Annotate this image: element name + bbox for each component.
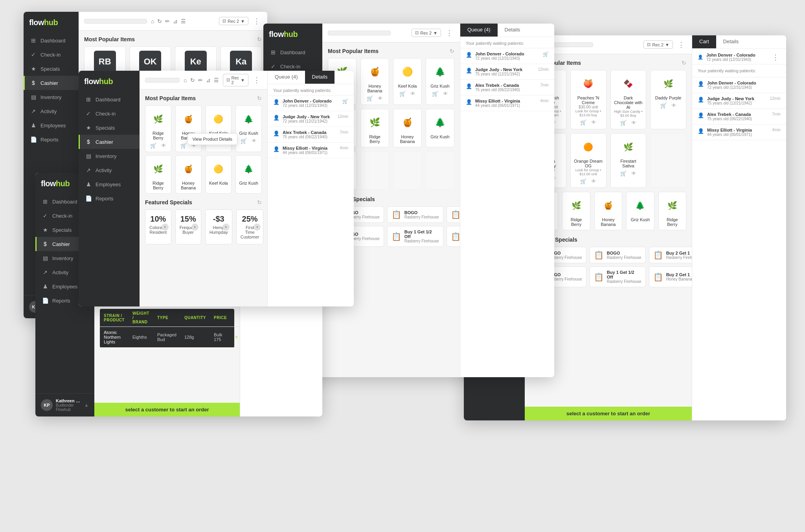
product-card-pnc[interactable]: 🍑 Peaches 'N Creme $30.00 unit Look for … (570, 70, 607, 129)
tab-cart[interactable]: Cart (692, 35, 716, 48)
product-card-gk2[interactable]: 🌲 Griz Kush (235, 155, 262, 194)
sidebar-item-dashboard[interactable]: ⊞Dashboard (263, 45, 322, 59)
patient-item-john[interactable]: 👤 John Denver - Colorado 72 years old (1… (692, 77, 786, 93)
bogo-item-7[interactable]: 📋 Buy 2 Get 1 Honey Banana (649, 266, 692, 287)
sidebar-item-cashier[interactable]: $Cashier (79, 135, 140, 149)
refresh-popular-icon[interactable]: ↻ (257, 36, 262, 42)
rec-badge[interactable]: ⊡ Rec 2 ▼ (223, 74, 248, 86)
cart-icon[interactable]: 🛒 (399, 91, 406, 97)
patient-item-john[interactable]: 👤 John Denver - Colorado 72 years old (1… (268, 95, 354, 111)
search-input[interactable] (84, 19, 147, 24)
product-card-odo[interactable]: 🟠 Orange Dream OG Look for Group • $12.0… (570, 133, 607, 188)
cart-icon[interactable]: 🛒 (660, 103, 667, 108)
product-card[interactable]: 🌿 Ridge Berry 🛒 👁 (145, 105, 171, 152)
customer-more[interactable]: ⋮ (770, 53, 781, 62)
bogo-item-6[interactable]: 📋 Buy 1 Get 1/2 Off Rasberry Firehouse (590, 266, 646, 287)
product-card-rb2[interactable]: 🌿 Ridge Berry (658, 192, 686, 230)
expand-icon[interactable]: ▲ (84, 402, 89, 408)
sidebar-item-checkin[interactable]: ✓Check-in (24, 48, 79, 62)
tab-details[interactable]: Details (716, 35, 746, 48)
rec-badge[interactable]: ⊡ Rec 2 ▼ (643, 40, 673, 49)
sidebar-item-inventory[interactable]: ▤Inventory (79, 149, 140, 163)
sidebar-item-specials[interactable]: ★Specials (79, 121, 140, 135)
tab-queue[interactable]: Queue (4) (268, 71, 305, 84)
cart-icon[interactable]: 🛒 (580, 119, 586, 125)
sidebar-item-activity[interactable]: ↗Activity (24, 104, 79, 118)
rec-badge[interactable]: ⊡ Rec 2 ▼ (412, 29, 441, 37)
rec-badge[interactable]: ⊡ Rec 2 ▼ (219, 17, 248, 25)
product-card-kk[interactable]: 🟡 Keef Kola 🛒 👁 (393, 58, 422, 105)
product-card-fs[interactable]: 🌿 Firestart Sativa 🛒 👁 (610, 133, 647, 188)
bogo-item-3[interactable]: 📋 Buy 2 Get 1 Rasberry Firehouse (649, 247, 692, 263)
list-icon[interactable]: ☰ (214, 77, 219, 83)
product-card-gk[interactable]: 🌲 Griz Kush (626, 192, 654, 230)
eye-icon[interactable]: 👁 (631, 120, 636, 126)
edit-icon[interactable]: ✏ (198, 77, 203, 83)
refresh-icon[interactable]: ↻ (157, 18, 162, 24)
product-card-dp[interactable]: 🌿 Daddy Purple 🛒 👁 (650, 70, 686, 129)
bogo-item-6[interactable]: 📋 Buy 1 Get 1/2 Off Rasberry Firehouse (387, 226, 443, 247)
sidebar-item-dashboard[interactable]: ⊞Dashboard (79, 92, 140, 106)
sidebar-item-specials[interactable]: ★Specials (24, 62, 79, 76)
more-options-button[interactable]: ⋮ (252, 76, 262, 84)
filter-icon[interactable]: ⊿ (206, 77, 211, 83)
patient-item-missy[interactable]: 👤 Missy Elliott - Virginia 44 years old … (692, 125, 786, 140)
product-card-hb2[interactable]: 🍯 Honey Banana (175, 155, 202, 194)
refresh-icon[interactable]: ↻ (450, 48, 454, 54)
bogo-item-2[interactable]: 📋 BOGO Rasberry Firehouse (590, 247, 646, 263)
product-card-hb[interactable]: 🍯 Honey Banana 🛒 👁 (360, 58, 389, 105)
patient-item-judy[interactable]: 👤 Judge Judy - New York 72 years old (12… (268, 111, 354, 127)
sidebar-item-inventory[interactable]: ▤Inventory (24, 90, 79, 104)
cart-icon[interactable]: 🛒 (580, 178, 586, 184)
product-card-kk2[interactable]: 🟡 Keef Kola (206, 155, 232, 194)
sidebar-item-cashier[interactable]: $Cashier (24, 76, 79, 90)
refresh-icon[interactable]: ↻ (190, 77, 195, 83)
patient-item-missy[interactable]: 👤 Missy Elliott - Virginia 44 years old … (268, 143, 354, 158)
filter-icon[interactable]: ⊿ (173, 18, 178, 24)
eye-icon[interactable]: 👁 (443, 91, 448, 97)
cart-icon[interactable]: 🛒 (432, 91, 438, 97)
cart-icon[interactable]: 🛒 (620, 171, 627, 176)
select-customer-button[interactable]: select a customer to start an order (525, 407, 692, 420)
eye-icon[interactable]: 👁 (591, 178, 596, 184)
patient-item-alex[interactable]: 👤 Alex Trebek - Canada 75 years old (06/… (268, 127, 354, 143)
eye-icon[interactable]: 👁 (410, 91, 415, 97)
refresh-specials-icon[interactable]: ↻ (257, 199, 262, 205)
refresh-icon[interactable]: ↻ (682, 60, 686, 66)
sidebar-item-activity[interactable]: ↗Activity (79, 163, 140, 177)
tab-details[interactable]: Details (305, 71, 335, 84)
more-options-button[interactable]: ⋮ (676, 40, 686, 49)
bogo-item-3[interactable]: 📋 Buy 2 Get 1 Rasberry Firehouse (447, 206, 460, 223)
patient-item-alex[interactable]: 👤 Alex Trebek - Canada 75 years old (06/… (460, 80, 554, 95)
sidebar-item-employees[interactable]: ♟Employees (24, 118, 79, 132)
product-card-dca[interactable]: 🍫 Dark Chocolate with Al High Size Candy… (610, 70, 647, 129)
product-card-rb2[interactable]: 🌿 Ridge Berry (145, 155, 171, 194)
search-input[interactable] (328, 31, 391, 35)
search-input[interactable] (145, 78, 180, 83)
cart-icon[interactable]: 🛒 (342, 99, 348, 104)
sidebar-item-reports[interactable]: 📄Reports (24, 132, 79, 147)
tab-details[interactable]: Details (498, 24, 527, 37)
sidebar-item-reports[interactable]: 📄Reports (79, 191, 140, 205)
select-customer-button[interactable]: select a customer to start an order (94, 403, 240, 416)
product-card-gk2[interactable]: 🌲 Griz Kush (426, 109, 454, 147)
eye-icon[interactable]: 👁 (591, 119, 596, 125)
eye-icon[interactable]: 👁 (378, 95, 383, 101)
product-card-rb[interactable]: 🌿 Ridge Berry (562, 192, 590, 230)
cart-icon[interactable]: 🛒 (367, 95, 373, 101)
edit-icon[interactable]: ✏ (165, 18, 170, 24)
patient-item-john[interactable]: 👤 John Denver - Colorado 72 years old (1… (460, 48, 554, 64)
product-card-rb2[interactable]: 🌿 Ridge Berry (360, 109, 389, 147)
cart-icon[interactable]: 🛒 (180, 143, 187, 149)
refresh-icon[interactable]: ↻ (257, 95, 262, 101)
home-icon[interactable]: ⌂ (151, 18, 154, 24)
product-card-hb[interactable]: 🍯 Honey Banana 🛒 👁 View Product Details (175, 105, 202, 152)
more-options-button[interactable]: ⋮ (252, 17, 262, 26)
more-options-button[interactable]: ⋮ (444, 29, 454, 37)
cell-action[interactable]: + (231, 327, 240, 348)
sidebar-item-employees[interactable]: ♟Employees (79, 177, 140, 191)
product-card-hb2[interactable]: 🍯 Honey Banana (393, 109, 422, 147)
special-hemp[interactable]: -$3 Hemp Humpday ● (205, 209, 232, 244)
patient-item-judy[interactable]: 👤 Judge Judy - New York 75 years old (12… (692, 93, 786, 109)
product-card-gk[interactable]: 🌲 Griz Kush 🛒 👁 (426, 58, 454, 105)
